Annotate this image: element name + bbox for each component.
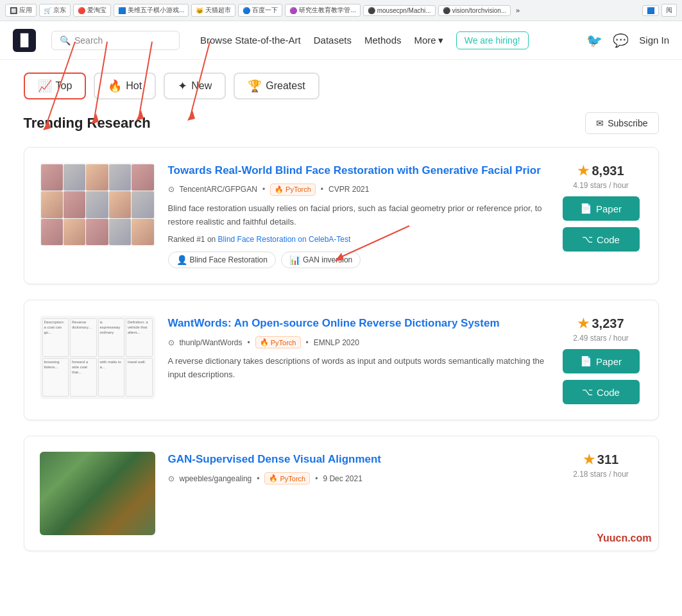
stars-rate-ganganging: 2.18 stars / hour (573, 470, 629, 479)
browser-tab-extra1[interactable]: 🟦 (642, 5, 659, 16)
stars-rate-gfpgan: 4.19 stars / hour (573, 181, 629, 190)
paper-repo-gfpgan[interactable]: TencentARC/GFPGAN (180, 185, 257, 194)
tag-label-blind: Blind Face Restoration (190, 255, 268, 264)
slack-icon[interactable]: 💬 (613, 33, 629, 48)
text-cell-1: Description: a coat can go... (42, 318, 69, 357)
tab-new[interactable]: ✦ New (164, 73, 226, 99)
paper-btn-label-2: Paper (596, 356, 622, 367)
paper-repo-wantwords[interactable]: thunlp/WantWords (180, 338, 243, 347)
conference-ganganging: 9 Dec 2021 (323, 474, 362, 483)
face-11 (41, 219, 63, 245)
star-icon-ganganging: ★ (583, 452, 595, 467)
text-cell-6: forward a side coat that... (70, 358, 97, 397)
tab-greatest[interactable]: 🏆 Greatest (234, 73, 319, 99)
text-cell-3: is expressway ordinary (98, 318, 125, 357)
nav-datasets[interactable]: Datasets (314, 35, 352, 46)
subscribe-label: Subscribe (608, 118, 647, 128)
search-bar[interactable]: 🔍 Search (51, 31, 180, 50)
browser-tab-game[interactable]: 🟦 美维五子棋小游戏... (114, 4, 189, 17)
more-tabs-button[interactable]: » (516, 6, 520, 14)
twitter-icon[interactable]: 🐦 (586, 33, 602, 48)
github-icon-gfpgan: ⌥ (582, 234, 593, 245)
code-btn-label: Code (597, 234, 620, 245)
section-header: Trending Research ✉ Subscribe (24, 112, 659, 134)
paper-actions-wantwords: ★ 3,237 2.49 stars / hour 📄 Paper ⌥ Code (559, 316, 643, 404)
stars-number-gfpgan: 8,931 (592, 164, 624, 178)
tab-greatest-label: Greatest (266, 80, 305, 92)
watermark: Yuucn.com (597, 533, 651, 544)
browser-tab-baidu[interactable]: 🔵 百度一下 (238, 4, 282, 17)
tag-blind-face-restoration[interactable]: 👤 Blind Face Restoration (168, 252, 276, 268)
rank-text: Ranked #1 on (168, 235, 216, 244)
paper-actions-ganganging: ★ 311 2.18 stars / hour (559, 452, 643, 535)
sign-in-button[interactable]: Sign In (639, 35, 669, 46)
subscribe-button[interactable]: ✉ Subscribe (585, 112, 658, 134)
email-icon: ✉ (596, 118, 604, 128)
face-3 (86, 164, 108, 191)
paper-title-gfpgan[interactable]: Towards Real-World Blind Face Restoratio… (168, 163, 547, 178)
face-13 (86, 219, 108, 245)
dot-separator-1: • (262, 185, 265, 194)
tab-hot[interactable]: 🔥 Hot (94, 73, 156, 99)
tab-top[interactable]: 📈 Top (24, 73, 87, 99)
framework-label-3: PyTorch (280, 475, 305, 483)
nav-right: 🐦 💬 Sign In (586, 33, 669, 48)
hiring-button[interactable]: We are hiring! (456, 31, 529, 49)
tag-icon-face: 👤 (176, 255, 187, 265)
paper-rank-gfpgan: Ranked #1 on Blind Face Restoration on C… (168, 235, 547, 244)
tab-new-label: New (191, 80, 212, 92)
face-1 (41, 164, 63, 191)
nav-more-dropdown[interactable]: More ▾ (414, 35, 443, 46)
paper-title-wantwords[interactable]: WantWords: An Open-source Online Reverse… (168, 316, 547, 331)
face-15 (132, 219, 153, 245)
paper-icon-2: 📄 (580, 355, 592, 367)
site-logo[interactable]: ▐▌ (13, 29, 36, 52)
face-5 (132, 164, 153, 191)
search-placeholder-text: Search (74, 35, 103, 46)
face-4 (109, 164, 131, 191)
search-icon: 🔍 (60, 35, 71, 46)
face-7 (64, 191, 85, 218)
paper-button-gfpgan[interactable]: 📄 Paper (563, 196, 640, 221)
paper-tags-gfpgan: 👤 Blind Face Restoration 📊 GAN inversion (168, 252, 547, 268)
browser-tab-github1[interactable]: ⚫ mousecpn/Machi... (363, 5, 436, 16)
nav-methods[interactable]: Methods (364, 35, 402, 46)
paper-meta-ganganging: ⊙ wpeebles/gangealing • 🔥 PyTorch • 9 De… (168, 472, 547, 484)
browser-tab-extra2[interactable]: 阅 (661, 4, 677, 17)
browser-tab-apps[interactable]: 🔲 应用 (5, 4, 37, 17)
browser-tab-tmall[interactable]: 🐱 天猫超市 (191, 4, 235, 17)
browser-tab-edu[interactable]: 🟣 研究生教育教学管... (285, 4, 360, 17)
paper-card-gfpgan: Towards Real-World Blind Face Restoratio… (24, 147, 659, 284)
rank-link[interactable]: Blind Face Restoration on CelebA-Test (218, 235, 351, 244)
face-8 (86, 191, 108, 218)
code-button-gfpgan[interactable]: ⌥ Code (563, 227, 640, 252)
pytorch-icon-2: 🔥 (260, 338, 269, 346)
paper-body-gfpgan: Towards Real-World Blind Face Restoratio… (168, 163, 547, 268)
paper-button-wantwords[interactable]: 📄 Paper (563, 349, 640, 373)
browser-tab-jd[interactable]: 🛒 京东 (39, 4, 71, 17)
main-content: 📈 Top 🔥 Hot ✦ New 🏆 Greatest (4, 60, 678, 579)
conference-wantwords: EMNLP 2020 (314, 338, 359, 347)
trophy-icon: 🏆 (248, 79, 262, 93)
paper-repo-ganganging[interactable]: wpeebles/gangealing (180, 474, 252, 483)
dot-sep-6: • (315, 474, 318, 483)
pytorch-icon: 🔥 (275, 185, 284, 194)
paper-thumbnail-ganganging (40, 452, 155, 535)
tag-gan-inversion[interactable]: 📊 GAN inversion (281, 252, 361, 268)
stars-rate-wantwords: 2.49 stars / hour (573, 334, 629, 343)
top-navigation: ▐▌ 🔍 Search Browse State-of-the-Art Data… (0, 21, 682, 60)
text-cell-8: travel well. (126, 358, 153, 397)
nav-links: Browse State-of-the-Art Datasets Methods… (200, 31, 529, 49)
browser-tab-taobao[interactable]: 🔴 爱淘宝 (73, 4, 111, 17)
framework-badge-ganganging: 🔥 PyTorch (264, 472, 310, 484)
nav-browse[interactable]: Browse State-of-the-Art (200, 35, 301, 46)
section-title: Trending Research (24, 115, 151, 132)
tab-hot-label: Hot (126, 80, 142, 92)
face-12 (64, 219, 85, 245)
dot-sep-4: • (306, 338, 309, 347)
dot-sep-5: • (257, 474, 259, 483)
code-button-wantwords[interactable]: ⌥ Code (563, 380, 640, 404)
paper-title-ganganging[interactable]: GAN-Supervised Dense Visual Alignment (168, 452, 547, 467)
star-icon-wantwords: ★ (577, 316, 589, 331)
browser-tab-github2[interactable]: ⚫ vision/torchvision... (438, 5, 511, 16)
